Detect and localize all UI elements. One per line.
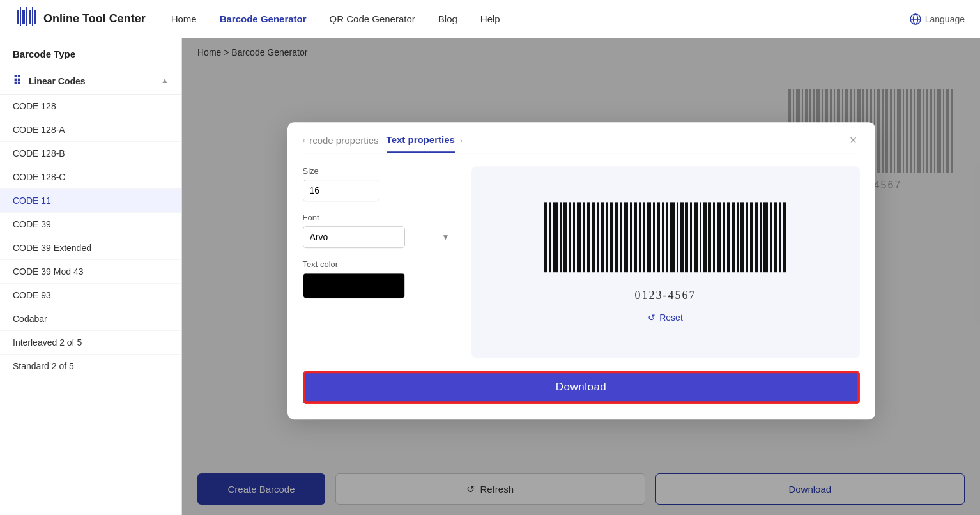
sidebar-item-code128c[interactable]: CODE 128-C <box>0 165 181 189</box>
sidebar-section-linear[interactable]: ⠿ Linear Codes ▲ <box>0 67 181 95</box>
svg-rect-81 <box>680 202 684 272</box>
font-label: Font <box>303 213 456 222</box>
svg-rect-96 <box>750 202 753 272</box>
modal-form: Size ▲ ▼ Font Arvo Arial Times New <box>303 166 456 358</box>
modal-body: Size ▲ ▼ Font Arvo Arial Times New <box>287 153 875 371</box>
page-layout: Barcode Type ⠿ Linear Codes ▲ CODE 128 C… <box>0 38 980 515</box>
svg-rect-0 <box>17 10 19 24</box>
sidebar-item-code128b[interactable]: CODE 128-B <box>0 142 181 165</box>
sidebar-item-code128[interactable]: CODE 128 <box>0 95 181 118</box>
svg-rect-61 <box>587 202 590 272</box>
svg-rect-82 <box>685 202 688 272</box>
nav-home[interactable]: Home <box>171 13 197 24</box>
svg-rect-88 <box>713 202 715 272</box>
svg-rect-60 <box>583 202 585 272</box>
svg-rect-83 <box>690 202 692 272</box>
reset-button[interactable]: ↺ Reset <box>648 312 683 323</box>
svg-rect-98 <box>760 202 762 272</box>
text-color-label: Text color <box>303 259 456 269</box>
svg-rect-93 <box>737 202 739 272</box>
svg-rect-5 <box>32 7 33 26</box>
svg-rect-56 <box>563 202 567 272</box>
font-select-wrapper: Arvo Arial Times New Roman Courier New G… <box>303 226 456 248</box>
svg-rect-94 <box>740 202 744 272</box>
svg-rect-79 <box>670 202 675 272</box>
modal-close-button[interactable]: × <box>847 134 860 153</box>
svg-rect-73 <box>643 202 645 272</box>
sidebar-item-codabar[interactable]: Codabar <box>0 307 181 331</box>
svg-rect-63 <box>597 202 599 272</box>
svg-rect-78 <box>666 202 668 272</box>
chevron-left-icon: ‹ <box>303 135 306 145</box>
tab-barcode-properties[interactable]: ‹ rcode properties <box>303 135 379 152</box>
sidebar-item-label: CODE 128 <box>13 101 56 111</box>
svg-rect-80 <box>677 202 678 272</box>
svg-rect-59 <box>577 202 581 272</box>
logo[interactable]: Online Tool Center <box>15 6 146 32</box>
sidebar-item-code39mod43[interactable]: CODE 39 Mod 43 <box>0 260 181 284</box>
svg-rect-102 <box>779 202 781 272</box>
tab-text-properties[interactable]: Text properties <box>387 134 455 153</box>
svg-rect-97 <box>755 202 758 272</box>
svg-rect-66 <box>610 202 613 272</box>
nav-blog[interactable]: Blog <box>438 13 457 24</box>
svg-rect-58 <box>573 202 575 272</box>
size-input-wrapper: ▲ ▼ <box>303 180 379 201</box>
language-label: Language <box>925 14 965 24</box>
sidebar-item-label: Codabar <box>13 314 47 324</box>
svg-rect-91 <box>727 202 730 272</box>
tab-active-label: Text properties <box>387 134 455 145</box>
sidebar-item-label: CODE 11 <box>13 196 51 206</box>
sidebar-item-code11[interactable]: CODE 11 <box>0 189 181 213</box>
nav-help[interactable]: Help <box>480 13 500 24</box>
sidebar-item-code39[interactable]: CODE 39 <box>0 213 181 236</box>
svg-rect-4 <box>29 10 31 24</box>
sidebar-item-code128a[interactable]: CODE 128-A <box>0 118 181 142</box>
svg-rect-70 <box>630 202 632 272</box>
modal-download-button[interactable]: Download <box>303 371 860 404</box>
svg-rect-69 <box>624 202 628 272</box>
barcode-preview: 0123-4567 <box>541 202 790 302</box>
size-input[interactable] <box>303 180 379 201</box>
sidebar-item-code39ext[interactable]: CODE 39 Extended <box>0 236 181 260</box>
sidebar-item-label: CODE 39 Mod 43 <box>13 266 84 277</box>
svg-rect-55 <box>560 202 562 272</box>
sidebar-item-code93[interactable]: CODE 93 <box>0 284 181 307</box>
svg-rect-95 <box>746 202 748 272</box>
font-select[interactable]: Arvo Arial Times New Roman Courier New G… <box>303 226 405 248</box>
reset-label: Reset <box>659 312 683 323</box>
nav-barcode-generator[interactable]: Barcode Generator <box>220 13 307 24</box>
sidebar-item-label: CODE 128-B <box>13 148 65 158</box>
svg-rect-77 <box>662 202 664 272</box>
svg-rect-100 <box>770 202 772 272</box>
sidebar-item-interleaved25[interactable]: Interleaved 2 of 5 <box>0 331 181 355</box>
sidebar-item-label: CODE 39 <box>13 219 51 229</box>
svg-rect-64 <box>601 202 604 272</box>
text-color-picker[interactable] <box>303 273 405 298</box>
svg-rect-3 <box>26 7 27 26</box>
globe-icon <box>910 13 921 25</box>
sidebar-item-label: CODE 128-A <box>13 125 65 135</box>
svg-rect-90 <box>723 202 725 272</box>
logo-text: Online Tool Center <box>43 12 146 26</box>
sidebar-item-label: CODE 39 Extended <box>13 243 91 253</box>
nav-qr-code-generator[interactable]: QR Code Generator <box>330 13 415 24</box>
sidebar: Barcode Type ⠿ Linear Codes ▲ CODE 128 C… <box>0 38 182 515</box>
language-selector[interactable]: Language <box>910 13 965 25</box>
svg-rect-76 <box>657 202 660 272</box>
svg-rect-2 <box>22 10 25 24</box>
svg-rect-87 <box>708 202 711 272</box>
svg-rect-67 <box>615 202 618 272</box>
modal-footer: Download <box>287 371 875 419</box>
sidebar-item-label: CODE 93 <box>13 290 51 300</box>
nav-links: Home Barcode Generator QR Code Generator… <box>171 13 910 24</box>
svg-rect-62 <box>592 202 595 272</box>
svg-rect-101 <box>774 202 777 272</box>
sidebar-item-standard25[interactable]: Standard 2 of 5 <box>0 355 181 378</box>
svg-rect-75 <box>653 202 655 272</box>
svg-rect-71 <box>634 202 637 272</box>
tab-inactive-label: rcode properties <box>309 135 378 146</box>
svg-rect-92 <box>732 202 735 272</box>
svg-rect-68 <box>620 202 622 272</box>
size-label: Size <box>303 166 456 176</box>
